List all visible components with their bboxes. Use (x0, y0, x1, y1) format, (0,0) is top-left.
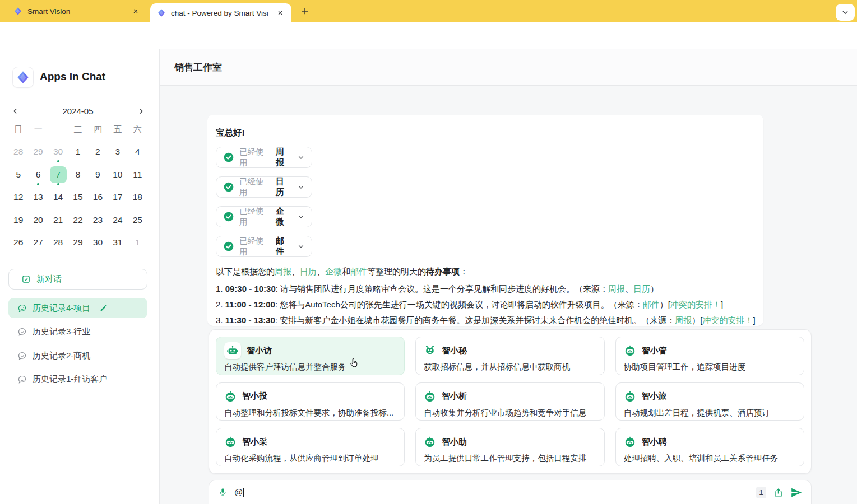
agent-card-智小投[interactable]: 智小投自动整理和分析投标文件要求，协助准备投标... (216, 382, 405, 421)
calendar-day-number[interactable]: 1 (129, 234, 146, 251)
calendar-day[interactable]: 3 (108, 143, 127, 166)
calendar-prev-icon[interactable] (8, 104, 22, 118)
agent-card-智小采[interactable]: 智小采自动化采购流程，从供应商管理到订单处理 (216, 428, 405, 466)
agent-card-智小旅[interactable]: 智小旅自动规划出差日程，提供机票、酒店预订 (615, 382, 804, 421)
calendar-day-number[interactable]: 4 (129, 143, 146, 160)
calendar-day-number[interactable]: 5 (10, 166, 27, 183)
calendar-day[interactable]: 17 (108, 189, 127, 212)
calendar-day[interactable]: 19 (8, 212, 28, 235)
calendar-day-number[interactable]: 30 (50, 143, 67, 160)
history-item-4[interactable]: 历史记录4-项目 (8, 298, 147, 318)
calendar-day[interactable]: 1 (68, 143, 87, 166)
calendar-day-number[interactable]: 18 (129, 189, 146, 206)
calendar-next-icon[interactable] (134, 104, 147, 118)
calendar-day-number[interactable]: 14 (50, 189, 67, 206)
chat-input-bar[interactable]: @ 1 (209, 480, 812, 504)
calendar-day[interactable]: 12 (8, 189, 28, 212)
edit-pencil-icon[interactable] (99, 304, 108, 312)
used-tool-button-周报[interactable]: 已经使用周报 (216, 147, 312, 168)
calendar-day[interactable]: 31 (108, 234, 127, 257)
calendar-day[interactable]: 30 (88, 234, 108, 257)
calendar-day[interactable]: 30 (48, 143, 68, 166)
calendar-day[interactable]: 23 (88, 212, 108, 235)
calendar-day[interactable]: 27 (28, 234, 48, 257)
calendar-day-number[interactable]: 29 (70, 234, 86, 251)
calendar-day-number[interactable]: 15 (70, 189, 86, 206)
agent-card-智小聘[interactable]: 智小聘处理招聘、入职、培训和员工关系管理任务 (615, 428, 804, 466)
calendar-day[interactable]: 1 (128, 234, 147, 257)
calendar-day-number[interactable]: 2 (89, 143, 106, 160)
calendar-day[interactable]: 2 (88, 143, 108, 166)
calendar-day-number[interactable]: 9 (89, 166, 106, 183)
calendar-day-number[interactable]: 1 (70, 143, 86, 160)
new-chat-button[interactable]: 新对话 (8, 269, 147, 290)
calendar-day-number[interactable]: 19 (10, 212, 27, 228)
calendar-day[interactable]: 21 (48, 212, 68, 235)
calendar-day-number[interactable]: 12 (10, 189, 27, 206)
calendar-day-number[interactable]: 21 (50, 212, 67, 228)
tab-search-button[interactable] (836, 4, 855, 21)
calendar-day[interactable]: 29 (68, 234, 87, 257)
microphone-icon[interactable] (218, 487, 228, 498)
calendar-day[interactable]: 4 (128, 143, 147, 166)
calendar-day[interactable]: 9 (88, 166, 108, 189)
calendar-day[interactable]: 5 (8, 166, 28, 189)
used-tool-button-邮件[interactable]: 已经使用邮件 (216, 236, 312, 257)
calendar-day[interactable]: 24 (108, 212, 127, 235)
history-item-1[interactable]: 历史记录1-拜访客户 (8, 370, 147, 390)
calendar-day[interactable]: 16 (88, 189, 108, 212)
calendar-day-number[interactable]: 6 (30, 166, 47, 183)
calendar-day-number[interactable]: 28 (50, 234, 67, 251)
calendar-day-number[interactable]: 31 (109, 234, 126, 251)
calendar-day-selected[interactable]: 7 (50, 166, 67, 183)
inline-link[interactable]: 邮件 (643, 300, 660, 309)
chevron-down-icon[interactable] (297, 153, 305, 161)
calendar-day[interactable]: 18 (128, 189, 147, 212)
calendar-day-number[interactable]: 30 (89, 234, 106, 251)
inline-link[interactable]: 冲突的安排！ (702, 315, 753, 325)
close-icon[interactable] (131, 7, 140, 16)
calendar-day-number[interactable]: 17 (109, 189, 126, 206)
agent-card-智小访[interactable]: 智小访自动提供客户拜访信息并整合服务 (216, 337, 405, 375)
inline-link[interactable]: 日历 (633, 284, 650, 293)
history-item-2[interactable]: 历史记录2-商机 (8, 346, 147, 366)
calendar-day[interactable]: 15 (68, 189, 87, 212)
inline-link[interactable]: 企微 (325, 267, 342, 276)
inline-link[interactable]: 冲突的安排！ (670, 300, 721, 309)
agent-card-智小析[interactable]: 智小析自动收集并分析行业市场趋势和竞争对手信息 (415, 382, 604, 421)
chevron-down-icon[interactable] (297, 213, 305, 221)
chevron-down-icon[interactable] (297, 242, 305, 250)
inline-link[interactable]: 邮件 (350, 267, 367, 276)
calendar-day-number[interactable]: 28 (10, 143, 27, 160)
inline-link[interactable]: 周报 (275, 267, 291, 276)
new-tab-button[interactable] (298, 4, 312, 18)
calendar-day-number[interactable]: 20 (30, 212, 47, 228)
calendar-day[interactable]: 28 (8, 143, 28, 166)
agent-card-智小管[interactable]: 智小管协助项目管理工作，追踪项目进度 (615, 337, 804, 375)
calendar-day-number[interactable]: 10 (109, 166, 126, 183)
upload-icon[interactable] (773, 487, 784, 498)
calendar-day-number[interactable]: 23 (89, 212, 106, 228)
chat-input-value[interactable]: @ (234, 487, 244, 498)
send-icon[interactable] (790, 487, 802, 498)
calendar-day-number[interactable]: 8 (70, 166, 86, 183)
calendar-day[interactable]: 29 (28, 143, 48, 166)
calendar-day-number[interactable]: 24 (109, 212, 126, 228)
calendar-day[interactable]: 20 (28, 212, 48, 235)
chevron-down-icon[interactable] (297, 183, 305, 191)
inline-link[interactable]: 周报 (608, 284, 625, 293)
calendar-day-number[interactable]: 22 (70, 212, 86, 228)
inline-link[interactable]: 周报 (675, 315, 692, 325)
calendar-day[interactable]: 6 (28, 166, 48, 189)
inline-link[interactable]: 日历 (300, 267, 317, 276)
tab-chat-active[interactable]: chat - Powered by Smart Visi (150, 3, 291, 22)
calendar-day-number[interactable]: 29 (30, 143, 47, 160)
calendar-day[interactable]: 8 (68, 166, 87, 189)
used-tool-button-企微[interactable]: 已经使用企微 (216, 206, 312, 227)
agent-card-智小秘[interactable]: 智小秘获取招标信息，并从招标信息中获取商机 (415, 337, 604, 375)
calendar-day-number[interactable]: 11 (129, 166, 146, 183)
calendar-day-number[interactable]: 26 (10, 234, 27, 251)
calendar-day-number[interactable]: 27 (30, 234, 47, 251)
calendar-day-number[interactable]: 3 (109, 143, 126, 160)
calendar-day[interactable]: 13 (28, 189, 48, 212)
